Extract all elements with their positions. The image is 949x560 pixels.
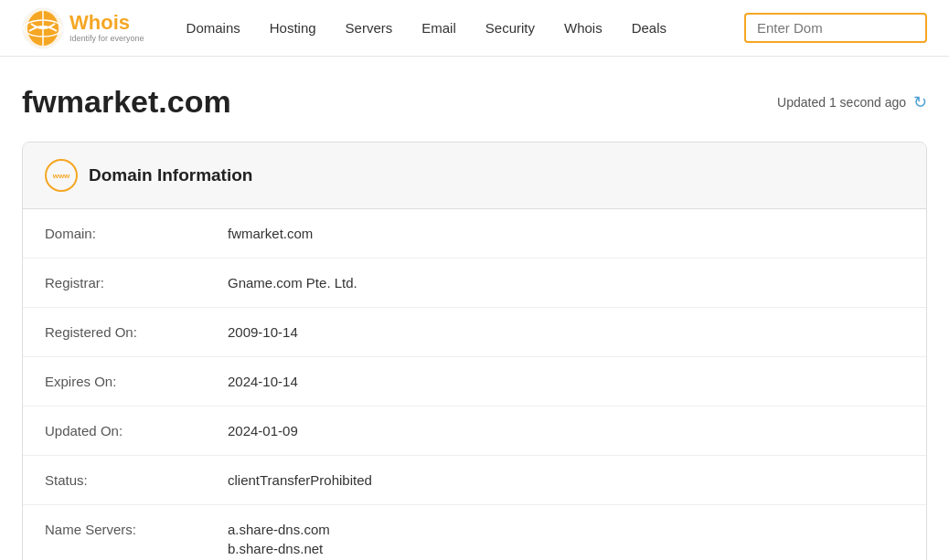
nav-link-domains[interactable]: Domains: [174, 13, 253, 43]
card-header-title: Domain Information: [89, 165, 252, 185]
row-label: Registrar:: [45, 275, 228, 291]
table-row: Expires On:2024-10-14: [23, 357, 926, 407]
main-nav: Whois Identify for everyone DomainsHosti…: [0, 0, 949, 57]
logo-whois-text: Whois: [69, 12, 144, 34]
row-label: Updated On:: [45, 423, 228, 438]
row-value: fwmarket.com: [228, 226, 313, 241]
row-label: Registered On:: [45, 324, 228, 340]
www-badge: www: [45, 159, 78, 192]
refresh-icon[interactable]: ↻: [913, 92, 927, 112]
row-label: Status:: [45, 472, 228, 488]
info-table: Domain:fwmarket.comRegistrar:Gname.com P…: [23, 209, 926, 560]
table-row: Domain:fwmarket.com: [23, 209, 926, 259]
table-row: Registrar:Gname.com Pte. Ltd.: [23, 259, 926, 308]
row-value-secondary: b.share-dns.net: [228, 541, 330, 556]
updated-label: Updated 1 second ago: [777, 95, 906, 110]
row-value: clientTransferProhibited: [228, 472, 372, 488]
row-value: Gname.com Pte. Ltd.: [228, 275, 357, 291]
logo-tagline: Identify for everyone: [69, 35, 144, 44]
domain-info-card: www Domain Information Domain:fwmarket.c…: [22, 142, 927, 560]
row-value-primary: 2024-01-09: [228, 423, 298, 438]
domain-header: fwmarket.com Updated 1 second ago ↻: [22, 84, 927, 120]
nav-link-whois[interactable]: Whois: [551, 13, 615, 43]
nav-link-deals[interactable]: Deals: [619, 13, 679, 43]
row-value: 2024-10-14: [228, 374, 298, 389]
row-value: a.share-dns.comb.share-dns.net: [228, 522, 330, 556]
row-value-primary: 2009-10-14: [228, 324, 298, 340]
www-label: www: [53, 172, 70, 180]
row-value-primary: fwmarket.com: [228, 226, 313, 241]
row-label: Name Servers:: [45, 522, 228, 537]
table-row: Registered On:2009-10-14: [23, 308, 926, 357]
row-value: 2024-01-09: [228, 423, 298, 438]
main-content: fwmarket.com Updated 1 second ago ↻ www …: [0, 57, 949, 560]
row-label: Domain:: [45, 226, 228, 241]
nav-links: DomainsHostingServersEmailSecurityWhoisD…: [174, 13, 744, 43]
nav-link-hosting[interactable]: Hosting: [257, 13, 329, 43]
card-header: www Domain Information: [23, 143, 926, 209]
row-value-primary: 2024-10-14: [228, 374, 298, 389]
row-value-primary: a.share-dns.com: [228, 522, 330, 537]
nav-link-email[interactable]: Email: [409, 13, 469, 43]
table-row: Status:clientTransferProhibited: [23, 456, 926, 505]
row-label: Expires On:: [45, 374, 228, 389]
logo[interactable]: Whois Identify for everyone: [22, 7, 144, 49]
row-value-primary: clientTransferProhibited: [228, 472, 372, 488]
table-row: Updated On:2024-01-09: [23, 407, 926, 456]
table-row: Name Servers:a.share-dns.comb.share-dns.…: [23, 505, 926, 560]
domain-title: fwmarket.com: [22, 84, 231, 120]
row-value-primary: Gname.com Pte. Ltd.: [228, 275, 357, 291]
updated-info: Updated 1 second ago ↻: [777, 92, 927, 112]
domain-search-input[interactable]: [744, 13, 927, 43]
nav-link-security[interactable]: Security: [473, 13, 548, 43]
nav-link-servers[interactable]: Servers: [333, 13, 406, 43]
row-value: 2009-10-14: [228, 324, 298, 340]
